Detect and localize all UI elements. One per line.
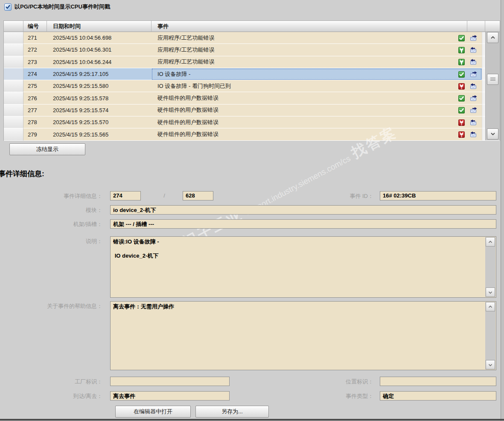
pg-pc-time-checkbox-label: 以PG/PC本地时间显示CPU事件时间戳: [15, 3, 110, 11]
location-identifier-label: 位置标识：: [294, 378, 373, 386]
event-datetime-cell: 2025/4/15 9:25:17.105: [47, 68, 151, 80]
column-header-event[interactable]: 事件: [151, 21, 467, 32]
event-direction-icon: [470, 107, 477, 113]
event-text: 硬件组件的用户数据错误: [157, 94, 218, 102]
event-datetime-cell: 2025/4/15 10:04:56.244: [47, 56, 151, 68]
scroll-up-button[interactable]: [486, 237, 495, 247]
table-row[interactable]: 279 2025/4/15 9:25:15.565 硬件组件的用户数据错误: [4, 128, 500, 140]
event-cell: IO 设备故障 - 看门狗时间已到: [151, 80, 482, 92]
scroll-down-button[interactable]: [487, 128, 498, 139]
pg-pc-time-checkbox[interactable]: [4, 3, 12, 11]
rack-slot-label: 机架/插槽：: [0, 221, 102, 228]
events-table: 编号 日期和时间 事件 271 2025/4/15 10:04:56.698 应…: [3, 20, 500, 141]
row-selector-cell[interactable]: [4, 116, 23, 128]
column-header-scrollbar: [485, 21, 500, 32]
event-datetime-cell: 2025/4/15 10:04:56.698: [47, 32, 151, 44]
column-header-number[interactable]: 编号: [23, 21, 47, 32]
help-info-box[interactable]: 离去事件：无需用户操作: [110, 301, 496, 370]
table-body: 271 2025/4/15 10:04:56.698 应用程序/工艺功能错误 2…: [4, 32, 500, 141]
table-row[interactable]: 276 2025/4/15 9:25:15.578 硬件组件的用户数据错误: [4, 92, 500, 104]
event-text: 应用程序/工艺功能错误: [157, 58, 215, 66]
event-datetime-cell: 2025/4/15 9:25:15.570: [47, 116, 151, 128]
event-direction-icon: [470, 35, 477, 41]
row-selector-cell[interactable]: [4, 128, 23, 140]
event-text: 硬件组件的用户数据错误: [157, 119, 218, 126]
description-label: 说明：: [0, 238, 102, 245]
event-direction-icon: [470, 47, 477, 53]
scroll-down-button[interactable]: [486, 287, 495, 297]
event-number-field[interactable]: 274: [110, 191, 141, 200]
plant-designation-label: 工厂标识：: [0, 378, 102, 386]
panel-right-edge: [501, 0, 504, 421]
event-detail-label: 事件详细信息：: [0, 192, 102, 200]
row-selector-cell[interactable]: [4, 56, 23, 68]
event-status-icon: [458, 35, 465, 41]
row-selector-cell[interactable]: [4, 68, 23, 80]
grip-icon: [490, 78, 495, 81]
scroll-up-button[interactable]: [487, 32, 498, 43]
table-row[interactable]: 277 2025/4/15 9:25:15.574 硬件组件的用户数据错误: [4, 105, 500, 116]
scroll-up-button[interactable]: [486, 302, 495, 311]
description-scrollbar[interactable]: [485, 237, 495, 297]
module-field[interactable]: io device_2-机下: [110, 205, 496, 215]
event-id-field[interactable]: 16# 02:39CB: [380, 191, 496, 200]
table-scrollbar[interactable]: [485, 32, 500, 140]
rack-slot-field[interactable]: 机架 --- / 插槽 ---: [110, 219, 496, 229]
help-info-text: 离去事件：无需用户操作: [113, 303, 483, 369]
column-header-spacer: [467, 21, 485, 32]
event-status-icon: [458, 107, 465, 113]
table-row[interactable]: 275 2025/4/15 9:25:15.580 IO 设备故障 - 看门狗时…: [4, 80, 500, 92]
row-selector-cell[interactable]: [4, 92, 23, 104]
table-row[interactable]: 272 2025/4/15 10:04:56.301 应用程序/工艺功能错误: [4, 44, 500, 56]
table-row[interactable]: 278 2025/4/15 9:25:15.570 硬件组件的用户数据错误: [4, 116, 500, 128]
row-selector-cell[interactable]: [4, 80, 23, 92]
chevron-down-icon: [490, 132, 495, 136]
pg-pc-time-option: 以PG/PC本地时间显示CPU事件时间戳: [4, 3, 110, 11]
event-status-icon: [458, 131, 465, 138]
row-selector-cell[interactable]: [4, 105, 23, 116]
event-cell: 应用程序/工艺功能错误: [151, 32, 482, 44]
column-header-selector: [4, 21, 23, 32]
open-in-editor-button[interactable]: 在编辑器中打开: [115, 406, 191, 418]
event-direction-icon: [470, 83, 477, 89]
event-number-cell: 273: [23, 56, 47, 68]
event-details-heading: 事件详细信息:: [0, 169, 44, 179]
freeze-display-button[interactable]: 冻结显示: [9, 143, 85, 155]
event-status-icon: [458, 83, 465, 90]
chevron-up-icon: [490, 36, 495, 39]
scroll-down-button[interactable]: [486, 360, 495, 369]
event-text: 硬件组件的用户数据错误: [157, 131, 218, 138]
location-identifier-field[interactable]: [380, 377, 496, 386]
event-direction-icon: [470, 131, 477, 137]
event-direction-icon: [470, 59, 477, 65]
event-total-field[interactable]: 628: [183, 191, 213, 200]
table-row[interactable]: 271 2025/4/15 10:04:56.698 应用程序/工艺功能错误: [4, 32, 500, 44]
event-cell: 硬件组件的用户数据错误: [151, 128, 482, 140]
plant-designation-field[interactable]: [110, 377, 230, 386]
table-row[interactable]: 273 2025/4/15 10:04:56.244 应用程序/工艺功能错误: [4, 56, 500, 68]
help-scrollbar[interactable]: [485, 302, 495, 369]
event-cell: 硬件组件的用户数据错误: [151, 116, 482, 128]
event-type-field[interactable]: 确定: [380, 391, 496, 401]
checkmark-icon: [5, 4, 11, 10]
description-text: 错误:IO 设备故障 - IO device_2-机下: [113, 238, 483, 296]
event-text: IO 设备故障 -: [157, 70, 190, 78]
row-selector-cell[interactable]: [4, 44, 23, 56]
incoming-outgoing-field[interactable]: 离去事件: [110, 391, 230, 401]
table-row[interactable]: 274 2025/4/15 9:25:17.105 IO 设备故障 -: [4, 68, 500, 80]
number-separator: /: [151, 192, 177, 199]
column-header-datetime[interactable]: 日期和时间: [47, 21, 151, 32]
event-direction-icon: [470, 95, 477, 101]
row-selector-cell[interactable]: [4, 32, 23, 44]
save-as-button[interactable]: 另存为...: [195, 406, 269, 418]
scroll-thumb[interactable]: [487, 74, 498, 85]
event-number-cell: 279: [23, 128, 47, 140]
description-box[interactable]: 错误:IO 设备故障 - IO device_2-机下: [110, 236, 496, 298]
event-direction-icon: [470, 71, 477, 77]
event-datetime-cell: 2025/4/15 9:25:15.578: [47, 92, 151, 104]
chevron-up-icon: [488, 305, 492, 308]
event-cell: 应用程序/工艺功能错误: [151, 44, 482, 56]
events-table-header: 编号 日期和时间 事件: [4, 21, 500, 32]
event-text: 应用程序/工艺功能错误: [157, 34, 215, 42]
event-status-icon: [458, 47, 465, 53]
